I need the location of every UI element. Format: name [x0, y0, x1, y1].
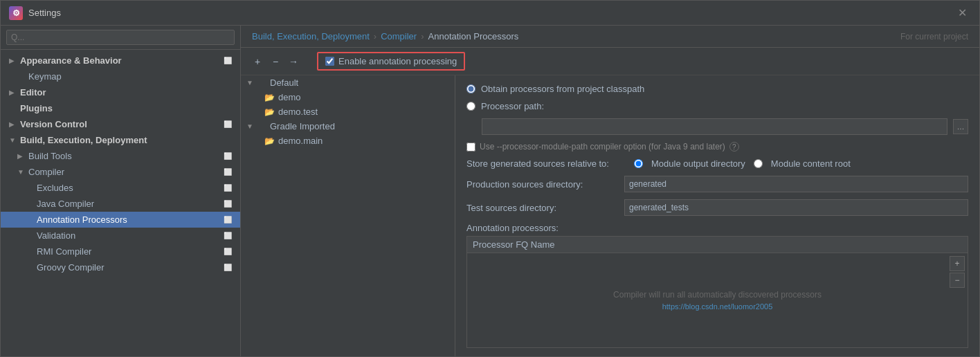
processor-path-radio[interactable] — [466, 102, 475, 111]
sidebar-item-keymap[interactable]: Keymap — [1, 68, 240, 84]
page-icon: ⬜ — [224, 184, 232, 192]
test-sources-row: Test sources directory: — [466, 199, 968, 216]
sidebar-label: Build Tools — [28, 151, 72, 161]
page-icon: ⬜ — [224, 248, 232, 255]
obtain-classpath-row: Obtain processors from project classpath — [466, 84, 968, 94]
move-button[interactable]: → — [285, 54, 302, 69]
page-icon: ⬜ — [224, 57, 232, 64]
for-project-label: For current project — [900, 32, 968, 42]
sidebar-item-appearance[interactable]: ▶ Appearance & Behavior ⬜ — [1, 53, 240, 68]
tree-item-default[interactable]: ▼ Default — [241, 75, 455, 90]
tree-item-demo-main[interactable]: 📂 demo.main — [241, 134, 455, 148]
tree-label: demo — [278, 92, 301, 102]
sidebar-item-build-tools[interactable]: ▶ Build Tools ⬜ — [1, 148, 240, 164]
enable-annotation-checkbox[interactable] — [325, 57, 334, 66]
table-empty-message: Compiler will run all automatically disc… — [613, 290, 822, 311]
module-output-radio[interactable] — [634, 159, 643, 168]
use-processor-module-checkbox[interactable] — [466, 143, 475, 152]
sidebar-item-build-exec[interactable]: ▼ Build, Execution, Deployment — [1, 132, 240, 148]
sidebar-label: Keymap — [28, 71, 62, 82]
tree-item-demo[interactable]: 📂 demo — [241, 90, 455, 104]
page-icon: ⬜ — [224, 200, 232, 208]
sidebar: ▶ Appearance & Behavior ⬜ Keymap ▶ Edito… — [1, 26, 241, 356]
toolbar-row: + − → Enable annotation processing — [241, 48, 979, 75]
folder-icon: 📂 — [264, 136, 275, 146]
search-box — [1, 26, 240, 50]
use-processor-module-label[interactable]: Use --processor-module-path compiler opt… — [480, 142, 725, 152]
close-button[interactable]: ✕ — [954, 5, 971, 21]
sidebar-item-plugins[interactable]: Plugins — [1, 100, 240, 116]
tree-item-gradle-imported[interactable]: ▼ Gradle Imported — [241, 119, 455, 134]
sidebar-nav: ▶ Appearance & Behavior ⬜ Keymap ▶ Edito… — [1, 50, 240, 356]
options-panel: Obtain processors from project classpath… — [455, 75, 979, 356]
sidebar-item-editor[interactable]: ▶ Editor — [1, 84, 240, 100]
breadcrumb-sep1: › — [374, 31, 376, 42]
browse-button[interactable]: … — [953, 119, 968, 134]
processor-path-input[interactable] — [482, 118, 947, 135]
annotation-processors-label: Annotation processors: — [466, 223, 968, 233]
processor-path-row: Processor path: — [466, 101, 968, 111]
page-icon: ⬜ — [224, 264, 232, 271]
breadcrumb: Build, Execution, Deployment › Compiler … — [241, 26, 979, 48]
tree-panel: ▼ Default 📂 demo 📂 demo.test — [241, 75, 455, 356]
production-sources-label: Production sources directory: — [466, 179, 619, 190]
obtain-classpath-radio[interactable] — [466, 84, 475, 93]
tree-label: demo.main — [278, 136, 323, 146]
main-panel: Build, Execution, Deployment › Compiler … — [241, 26, 979, 356]
help-icon[interactable]: ? — [729, 142, 739, 152]
url-text[interactable]: https://blog.csdn.net/luomor2005 — [613, 302, 822, 311]
breadcrumb-part2[interactable]: Compiler — [381, 31, 417, 42]
test-sources-input[interactable] — [624, 199, 968, 216]
table-header-fq-name: Processor FQ Name — [473, 239, 554, 250]
module-content-label[interactable]: Module content root — [771, 158, 851, 169]
tree-label: demo.test — [278, 107, 318, 117]
use-processor-module-row: Use --processor-module-path compiler opt… — [466, 142, 968, 152]
expand-arrow-icon: ▶ — [9, 120, 17, 128]
app-icon: ⚙ — [9, 6, 23, 20]
sidebar-label: RMI Compiler — [37, 246, 91, 257]
processor-path-label[interactable]: Processor path: — [481, 101, 544, 111]
sidebar-item-java-compiler[interactable]: Java Compiler ⬜ — [1, 196, 240, 212]
enable-annotation-label[interactable]: Enable annotation processing — [338, 56, 457, 66]
sidebar-item-version-control[interactable]: ▶ Version Control ⬜ — [1, 116, 240, 132]
module-output-label[interactable]: Module output directory — [651, 158, 745, 169]
expand-arrow-icon: ▼ — [9, 136, 17, 144]
sidebar-item-groovy-compiler[interactable]: Groovy Compiler ⬜ — [1, 259, 240, 275]
expand-icon: ▼ — [246, 122, 256, 130]
test-sources-label: Test sources directory: — [466, 203, 619, 213]
table-remove-button[interactable]: − — [950, 273, 965, 288]
sidebar-label: Appearance & Behavior — [20, 55, 122, 66]
sidebar-item-annotation-processors[interactable]: Annotation Processors ⬜ — [1, 212, 240, 228]
obtain-classpath-label[interactable]: Obtain processors from project classpath — [481, 84, 644, 94]
sidebar-label: Annotation Processors — [37, 214, 127, 225]
sidebar-item-compiler[interactable]: ▼ Compiler ⬜ — [1, 164, 240, 180]
sidebar-label: Excludes — [37, 183, 73, 193]
expand-arrow-icon: ▼ — [17, 168, 26, 176]
sidebar-label: Build, Execution, Deployment — [20, 135, 147, 145]
table-add-button[interactable]: + — [950, 256, 965, 271]
production-sources-input[interactable] — [624, 176, 968, 192]
sidebar-item-rmi-compiler[interactable]: RMI Compiler ⬜ — [1, 244, 240, 259]
folder-icon: 📂 — [264, 107, 275, 117]
sidebar-label: Groovy Compiler — [37, 262, 105, 273]
sidebar-label: Version Control — [20, 119, 87, 129]
annotation-table: Processor FQ Name Compiler will run all … — [466, 236, 968, 348]
settings-window: ⚙ Settings ✕ ▶ Appearance & Behavior ⬜ K… — [0, 0, 980, 357]
remove-button[interactable]: − — [267, 54, 284, 69]
processor-path-input-row: … — [466, 118, 968, 135]
expand-icon: ▼ — [246, 79, 256, 86]
sidebar-item-validation[interactable]: Validation ⬜ — [1, 228, 240, 244]
tree-item-demo-test[interactable]: 📂 demo.test — [241, 104, 455, 119]
table-body: Compiler will run all automatically disc… — [467, 253, 968, 347]
annotation-section: Annotation processors: Processor FQ Name… — [466, 223, 968, 348]
add-button[interactable]: + — [249, 54, 266, 69]
page-icon: ⬜ — [224, 232, 232, 239]
search-input[interactable] — [6, 30, 235, 45]
module-content-radio[interactable] — [754, 159, 763, 168]
sidebar-label: Java Compiler — [37, 199, 94, 209]
sidebar-label: Compiler — [28, 167, 64, 177]
page-icon: ⬜ — [224, 152, 232, 160]
table-side-buttons: + − — [950, 256, 965, 288]
tree-label: Gradle Imported — [270, 121, 335, 131]
sidebar-item-excludes[interactable]: Excludes ⬜ — [1, 180, 240, 196]
